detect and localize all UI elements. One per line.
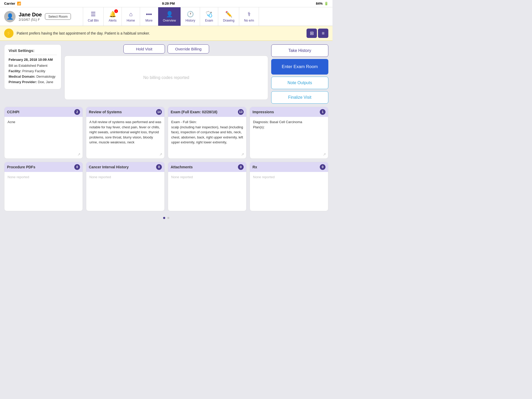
nav-icon-home: ⌂ bbox=[129, 11, 132, 18]
card-body-review-of-systems: A full review of systems was performed a… bbox=[86, 117, 164, 158]
bottom-card-attachments[interactable]: Attachments 0 None reported bbox=[168, 162, 247, 211]
patient-details: Jane Doe 2/10/67 (51) F bbox=[19, 12, 42, 22]
bottom-card-rx[interactable]: Rx 0 None reported bbox=[250, 162, 328, 211]
bottom-card-empty-cancer-interval-history: None reported bbox=[89, 175, 111, 179]
select-room-button[interactable]: Select Room bbox=[45, 13, 71, 20]
card-exam[interactable]: Exam (Full Exam: 02/28/18) 13 Exam - Ful… bbox=[168, 107, 247, 159]
card-cc-hpi[interactable]: CC/HPI 2 Acne ↗ bbox=[4, 107, 83, 159]
nav-item-drawing[interactable]: ✏️ Drawing bbox=[218, 7, 239, 26]
bottom-card-cancer-interval-history[interactable]: Cancer Interval History 0 None reported bbox=[86, 162, 165, 211]
nav-icon-overview: 👤 bbox=[166, 11, 173, 18]
note-outputs-button[interactable]: Note Outputs bbox=[271, 77, 328, 89]
nav-icon-history: 🕐 bbox=[187, 11, 194, 18]
billing-codes-box: No billing codes reported bbox=[64, 56, 268, 100]
bottom-card-header-procedure-pdfs: Procedure PDFs 0 bbox=[4, 162, 83, 172]
main-cards-grid: CC/HPI 2 Acne ↗ Review of Systems 14 A f… bbox=[4, 107, 328, 159]
bottom-card-empty-attachments: None reported bbox=[171, 175, 193, 179]
bottom-card-body-cancer-interval-history: None reported bbox=[86, 172, 164, 211]
bottom-card-badge-attachments: 0 bbox=[238, 164, 244, 170]
medical-domain-value: Dermatology bbox=[36, 75, 56, 78]
card-title-exam: Exam (Full Exam: 02/28/18) bbox=[171, 110, 217, 114]
card-body-exam: Exam - Full Skin:scalp (including hair i… bbox=[168, 117, 246, 158]
bill-as-field: Bill as Established Patient bbox=[9, 64, 57, 68]
status-bar: Carrier 📶 9:29 PM 84% 🔋 bbox=[0, 0, 332, 7]
bottom-card-title-attachments: Attachments bbox=[171, 165, 193, 169]
visit-settings-card: Visit Settings: February 28, 2018 10:09 … bbox=[4, 44, 61, 89]
card-badge-impressions: 1 bbox=[320, 109, 325, 115]
list-view-button[interactable]: ≡ bbox=[318, 29, 328, 38]
card-header-impressions: Impressions 1 bbox=[250, 107, 328, 117]
nav-item-history[interactable]: 🕐 History bbox=[181, 7, 200, 26]
finalize-visit-button[interactable]: Finalize Visit bbox=[271, 91, 328, 104]
nav-item-more[interactable]: ••• More bbox=[140, 7, 158, 26]
override-billing-button[interactable]: Override Billing bbox=[168, 44, 209, 54]
nav-item-home[interactable]: ⌂ Home bbox=[122, 7, 140, 26]
card-expand-review-of-systems: ↗ bbox=[159, 152, 162, 156]
page-dot-2[interactable] bbox=[167, 217, 169, 219]
card-expand-exam: ↗ bbox=[241, 152, 244, 156]
hold-visit-button[interactable]: Hold Visit bbox=[123, 44, 165, 54]
battery-label: 84% bbox=[316, 2, 323, 5]
bottom-card-header-attachments: Attachments 0 bbox=[168, 162, 246, 172]
bottom-card-header-rx: Rx 0 bbox=[250, 162, 328, 172]
nav-label-history: History bbox=[185, 19, 195, 22]
battery-icon: 🔋 bbox=[324, 2, 328, 5]
card-title-impressions: Impressions bbox=[252, 110, 274, 114]
nav-item-overview[interactable]: 👤 Overview bbox=[158, 7, 181, 26]
nav-item-no-em[interactable]: ⚕ No e/m bbox=[239, 7, 259, 26]
card-badge-review-of-systems: 14 bbox=[156, 109, 162, 115]
card-expand-impressions: ↗ bbox=[323, 152, 326, 156]
card-badge-exam: 13 bbox=[238, 109, 244, 115]
enter-exam-room-button[interactable]: Enter Exam Room bbox=[271, 59, 328, 75]
billing-empty-text: No billing codes reported bbox=[143, 75, 189, 80]
alert-icon: ⚡ bbox=[4, 29, 14, 38]
patient-name: Jane Doe bbox=[19, 12, 42, 18]
page-dot-1[interactable] bbox=[163, 217, 165, 219]
right-actions: Take History Enter Exam Room Note Output… bbox=[271, 44, 328, 104]
grid-view-button[interactable]: ⊞ bbox=[307, 29, 317, 38]
alert-badge: 1 bbox=[114, 9, 118, 13]
facility-label: Facility: bbox=[9, 69, 22, 73]
medical-domain-label: Medical Domain: bbox=[9, 75, 36, 78]
nav-item-call-btn[interactable]: ☰ Call Btn bbox=[83, 7, 104, 26]
medical-domain-field: Medical Domain: Dermatology bbox=[9, 75, 57, 78]
bottom-card-body-attachments: None reported bbox=[168, 172, 246, 211]
nav-icon-more: ••• bbox=[146, 11, 152, 18]
nav-item-exam[interactable]: 🩺 Exam bbox=[200, 7, 218, 26]
primary-provider-label: Primary Provider: bbox=[9, 80, 38, 84]
bottom-card-procedure-pdfs[interactable]: Procedure PDFs 0 None reported bbox=[4, 162, 83, 211]
nav-icon-no-em: ⚕ bbox=[248, 11, 251, 18]
billing-section: Hold Visit Override Billing No billing c… bbox=[64, 44, 268, 100]
bottom-card-title-procedure-pdfs: Procedure PDFs bbox=[7, 165, 35, 169]
card-review-of-systems[interactable]: Review of Systems 14 A full review of sy… bbox=[86, 107, 165, 159]
nav-label-overview: Overview bbox=[163, 19, 176, 22]
nav-label-drawing: Drawing bbox=[223, 19, 234, 22]
card-badge-cc-hpi: 2 bbox=[74, 109, 80, 115]
card-header-exam: Exam (Full Exam: 02/28/18) 13 bbox=[168, 107, 246, 117]
nav-icon-exam: 🩺 bbox=[205, 11, 212, 18]
nav-label-call-btn: Call Btn bbox=[88, 19, 99, 22]
visit-settings-title: Visit Settings: bbox=[9, 48, 57, 55]
bottom-card-title-cancer-interval-history: Cancer Interval History bbox=[89, 165, 129, 169]
nav-label-more: More bbox=[145, 19, 152, 22]
nav-label-no-em: No e/m bbox=[244, 19, 254, 22]
card-header-review-of-systems: Review of Systems 14 bbox=[86, 107, 164, 117]
nav-item-alerts[interactable]: 🔔 Alerts 1 bbox=[104, 7, 122, 26]
billing-actions: Hold Visit Override Billing bbox=[64, 44, 268, 54]
avatar: 👤 bbox=[4, 11, 16, 22]
clock: 9:29 PM bbox=[162, 2, 175, 5]
card-body-cc-hpi: Acne bbox=[4, 117, 83, 158]
visit-date: February 28, 2018 10:09 AM bbox=[9, 58, 57, 62]
bottom-card-header-cancer-interval-history: Cancer Interval History 0 bbox=[86, 162, 164, 172]
card-impressions[interactable]: Impressions 1 Diagnosis: Basal Cell Carc… bbox=[250, 107, 328, 159]
take-history-button[interactable]: Take History bbox=[271, 44, 328, 57]
nav-label-alerts: Alerts bbox=[109, 19, 117, 22]
alert-text: Patient prefers having the last appointm… bbox=[17, 31, 303, 35]
facility-field: Facility: Primary Facility bbox=[9, 69, 57, 73]
bottom-card-badge-procedure-pdfs: 0 bbox=[74, 164, 80, 170]
patient-info: 👤 Jane Doe 2/10/67 (51) F Select Room bbox=[0, 7, 83, 26]
card-title-review-of-systems: Review of Systems bbox=[89, 110, 122, 114]
nav-label-home: Home bbox=[127, 19, 135, 22]
wifi-icon: 📶 bbox=[17, 2, 21, 5]
bottom-card-badge-cancer-interval-history: 0 bbox=[156, 164, 162, 170]
